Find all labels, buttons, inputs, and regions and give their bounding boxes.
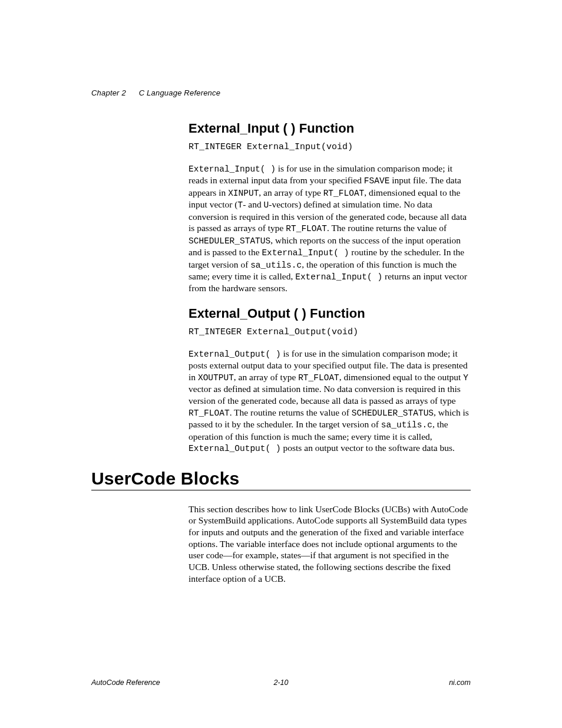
para-external-output: External_Output( ) is for use in the sim… bbox=[189, 348, 471, 454]
section-usercode-blocks: UserCode Blocks bbox=[91, 469, 471, 490]
code-span: sa_utils.c bbox=[381, 420, 432, 430]
header-chapter: Chapter 2 bbox=[91, 88, 126, 97]
text-span: , an array of type bbox=[234, 372, 298, 382]
running-header: Chapter 2 C Language Reference bbox=[91, 88, 471, 97]
code-span: XOUTPUT bbox=[198, 373, 234, 383]
text-span: . The routine returns the value of bbox=[230, 407, 352, 417]
code-span: External_Output( ) bbox=[189, 444, 281, 453]
signature-external-output: RT_INTEGER External_Output(void) bbox=[189, 327, 471, 337]
text-span: - and bbox=[243, 199, 263, 209]
usercode-body: This section describes how to link UserC… bbox=[189, 503, 471, 585]
code-span: RT_FLOAT bbox=[286, 224, 327, 233]
code-span: RT_FLOAT bbox=[189, 409, 230, 418]
code-span: SCHEDULER_STATUS bbox=[352, 409, 434, 418]
code-span: FSAVE bbox=[364, 176, 390, 186]
footer-page-number: 2-10 bbox=[91, 678, 471, 687]
header-title: C Language Reference bbox=[139, 88, 220, 97]
code-span: External_Input( ) bbox=[295, 272, 382, 282]
heading-external-output: External_Output ( ) Function bbox=[189, 306, 471, 321]
section-external-input: External_Input ( ) Function RT_INTEGER E… bbox=[189, 121, 471, 454]
heading-external-input: External_Input ( ) Function bbox=[189, 121, 471, 136]
signature-external-input: RT_INTEGER External_Input(void) bbox=[189, 142, 471, 152]
code-span: External_Input( ) bbox=[262, 248, 349, 258]
para-usercode: This section describes how to link UserC… bbox=[189, 503, 471, 585]
text-span: vector as defined at simulation time. No… bbox=[189, 384, 461, 406]
text-span: posts an output vector to the software d… bbox=[281, 443, 455, 453]
page: Chapter 2 C Language Reference External_… bbox=[0, 0, 562, 728]
code-span: U bbox=[264, 200, 269, 210]
code-span: RT_FLOAT bbox=[298, 373, 339, 383]
code-span: T bbox=[238, 200, 243, 210]
code-span: External_Output( ) bbox=[189, 350, 281, 359]
para-external-input: External_Input( ) is for use in the simu… bbox=[189, 163, 471, 294]
heading-usercode-blocks: UserCode Blocks bbox=[91, 469, 471, 489]
text-span: , dimensioned equal to the output bbox=[339, 372, 464, 382]
text-span: . The routine returns the value of bbox=[327, 223, 447, 233]
code-span: SCHEDULER_STATUS bbox=[189, 236, 270, 246]
page-footer: AutoCode Reference 2-10 ni.com bbox=[91, 678, 471, 687]
code-span: sa_utils.c bbox=[250, 261, 302, 270]
code-span: External_Input( ) bbox=[189, 164, 276, 174]
code-span: RT_FLOAT bbox=[323, 189, 365, 198]
text-span: , an array of type bbox=[259, 187, 323, 197]
code-span: XINPUT bbox=[228, 189, 259, 198]
code-span: Y bbox=[463, 373, 468, 383]
